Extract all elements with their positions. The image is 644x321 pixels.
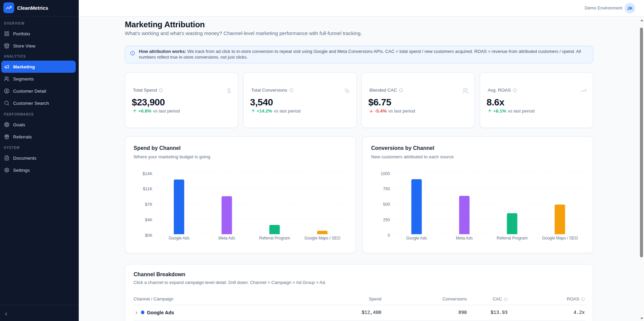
svg-text:$0K: $0K [145, 233, 153, 238]
svg-text:0: 0 [388, 233, 390, 238]
svg-text:750: 750 [383, 187, 390, 191]
svg-text:Google Ads: Google Ads [406, 236, 427, 240]
svg-text:Meta Ads: Meta Ads [456, 236, 473, 240]
svg-text:Google Ads: Google Ads [169, 236, 189, 240]
svg-text:Meta Ads: Meta Ads [218, 236, 235, 240]
svg-text:Google Maps / SEO: Google Maps / SEO [542, 236, 578, 240]
svg-text:$11K: $11K [143, 187, 153, 191]
svg-text:1000: 1000 [381, 171, 390, 176]
svg-text:250: 250 [383, 218, 390, 222]
svg-text:$7K: $7K [145, 202, 153, 207]
svg-text:500: 500 [383, 202, 390, 207]
svg-text:Referral Program: Referral Program [259, 236, 290, 240]
svg-text:$14K: $14K [143, 171, 153, 176]
svg-text:Referral Program: Referral Program [497, 236, 528, 240]
svg-text:$4K: $4K [145, 218, 153, 222]
svg-text:Google Maps / SEO: Google Maps / SEO [305, 236, 341, 240]
